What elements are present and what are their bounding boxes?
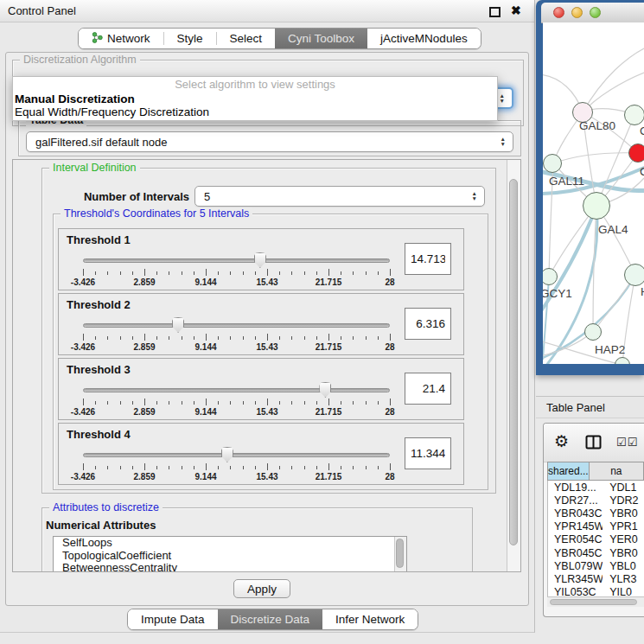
numerical-attributes-label: Numerical Attributes: [46, 519, 156, 532]
table-data-value: galFiltered.sif default node: [35, 136, 167, 149]
slider-ticks: [83, 399, 390, 405]
table-row[interactable]: YBL079WYBL0: [548, 559, 644, 572]
slider-track[interactable]: [83, 453, 390, 457]
table-row[interactable]: YDL19...YDL1: [548, 481, 644, 494]
slider-ticks: [83, 334, 390, 341]
settings-scroll-pane: Interval Definition Number of Intervals …: [12, 159, 521, 572]
number-of-intervals-value: 5: [204, 190, 210, 203]
slider-track[interactable]: [83, 258, 390, 263]
table-row[interactable]: YPR145WYPR1: [548, 520, 644, 533]
threshold-value-input[interactable]: [405, 437, 451, 469]
column-header-name[interactable]: na: [590, 462, 644, 481]
table-toolbar: ⚙ ☑☑: [544, 424, 644, 462]
tab-infer-network[interactable]: Infer Network: [322, 609, 418, 629]
threshold-2-row: Threshold 2 -3.4262.8599.14415.4321.7152…: [58, 293, 464, 355]
split-columns-icon[interactable]: [585, 435, 602, 453]
combo-arrows-icon: ▲▼: [501, 137, 506, 147]
dropdown-option-manual[interactable]: Manual Discretization: [13, 92, 497, 105]
node-label: GCY1: [543, 287, 572, 300]
slider-track[interactable]: [83, 388, 390, 392]
tab-jactivemnodules[interactable]: jActiveMNodules: [367, 29, 481, 48]
tab-cyni-toolbox[interactable]: Cyni Toolbox: [275, 29, 367, 48]
scrollbar-thumb[interactable]: [396, 539, 404, 568]
network-view-window: GAL80GACGAL11GAL4GCY1HHAP2: [536, 0, 644, 375]
threshold-3-row: Threshold 3 -3.4262.8599.14415.4321.7152…: [58, 358, 464, 420]
panel-title: Control Panel: [8, 4, 76, 17]
algorithm-dropdown-popup: Select algorithm to view settings Manual…: [12, 76, 498, 121]
table-panel-title: Table Panel: [546, 401, 605, 414]
table-row[interactable]: YBR043CYBR0: [548, 507, 644, 520]
network-node[interactable]: [583, 192, 610, 220]
threshold-value-input[interactable]: [405, 373, 451, 405]
number-of-intervals-combobox[interactable]: 5 ▲▼: [194, 186, 485, 207]
float-window-icon[interactable]: [489, 7, 501, 17]
tab-impute-data-label: Impute Data: [141, 613, 205, 626]
tab-impute-data[interactable]: Impute Data: [128, 609, 218, 629]
table-panel-titlebar: Table Panel: [536, 396, 644, 418]
attributes-group: Attributes to discretize Numerical Attri…: [41, 507, 473, 572]
node-label: C: [640, 165, 644, 178]
table-row[interactable]: YLR345WYLR3: [548, 572, 644, 585]
slider-thumb[interactable]: [254, 252, 266, 268]
threshold-4-row: Threshold 4 -3.4262.8599.14415.4321.7152…: [58, 423, 464, 485]
network-window-titlebar[interactable]: [541, 3, 644, 23]
interval-definition-group: Interval Definition Number of Intervals …: [41, 168, 496, 494]
network-node[interactable]: [624, 264, 644, 286]
threshold-value-input[interactable]: [405, 243, 451, 275]
network-node[interactable]: [543, 154, 562, 173]
table-row[interactable]: YDR27...YDR2: [548, 494, 644, 507]
slider-tick-labels: -3.4262.8599.14415.4321.71528: [83, 342, 390, 353]
attribute-item[interactable]: BetweennessCentrality: [54, 562, 406, 572]
table-row[interactable]: YBR045CYBR0: [548, 546, 644, 559]
group-title: Discretization Algorithm: [20, 54, 140, 66]
tab-discretize-data-label: Discretize Data: [231, 613, 310, 626]
table-header-row: shared... na: [547, 462, 644, 481]
network-node[interactable]: [624, 105, 644, 125]
threshold-value-input[interactable]: [405, 308, 451, 340]
node-label: GA: [640, 124, 644, 137]
slider-tick-labels: -3.4262.8599.14415.4321.71528: [83, 472, 390, 482]
slider-thumb[interactable]: [172, 317, 184, 333]
dropdown-option-equal-width[interactable]: Equal Width/Frequency Discretization: [13, 105, 497, 118]
threshold-coordinates-group: Threshold's Coordinates for 5 Intervals …: [53, 214, 488, 490]
network-node[interactable]: [584, 323, 602, 341]
select-columns-checkboxes-icon[interactable]: ☑☑: [616, 436, 638, 449]
table-row[interactable]: YER054CYER0: [548, 533, 644, 546]
tab-select[interactable]: Select: [217, 29, 276, 48]
list-scrollbar[interactable]: [394, 537, 406, 572]
combo-arrows-icon: ▲▼: [472, 191, 477, 201]
gear-icon[interactable]: ⚙: [554, 433, 569, 450]
attribute-item[interactable]: SelfLoops: [54, 537, 406, 550]
tab-jactivemnodules-label: jActiveMNodules: [380, 32, 468, 45]
table-horizontal-scrollbar[interactable]: [547, 596, 644, 607]
scrollbar-thumb[interactable]: [509, 179, 518, 545]
attribute-item[interactable]: TopologicalCoefficient: [54, 550, 406, 563]
threshold-3-slider: -3.4262.8599.14415.4321.71528: [83, 381, 390, 419]
screenshot-root: Control Panel ✖ Network Style Select Cyn…: [0, 0, 644, 644]
slider-track[interactable]: [83, 323, 390, 328]
settings-scrollbar[interactable]: [507, 160, 520, 571]
close-traffic-light-icon[interactable]: [553, 7, 564, 18]
apply-button[interactable]: Apply: [233, 579, 290, 598]
table-row[interactable]: YIL053CYIL0: [548, 586, 644, 598]
zoom-traffic-light-icon[interactable]: [590, 7, 601, 18]
group-title: Interval Definition: [49, 162, 140, 174]
tab-style[interactable]: Style: [164, 29, 216, 48]
table-data-combobox[interactable]: galFiltered.sif default node ▲▼: [26, 131, 513, 152]
scrollbar-thumb[interactable]: [550, 599, 637, 605]
dropdown-placeholder: Select algorithm to view settings: [13, 77, 497, 92]
slider-tick-labels: -3.4262.8599.14415.4321.71528: [83, 407, 390, 418]
slider-thumb[interactable]: [221, 447, 233, 462]
tab-network[interactable]: Network: [79, 29, 163, 48]
cyni-toolbox-panel: Discretization Algorithm ▲▼ Select algor…: [5, 52, 529, 606]
table-data-group: Table Data galFiltered.sif default node …: [18, 120, 521, 156]
group-title: Threshold's Coordinates for 5 Intervals: [61, 207, 252, 220]
slider-thumb[interactable]: [319, 382, 331, 398]
close-icon[interactable]: ✖: [511, 3, 521, 17]
column-header-shared-name[interactable]: shared...: [547, 462, 590, 481]
network-node[interactable]: [628, 143, 644, 163]
network-canvas[interactable]: GAL80GACGAL11GAL4GCY1HHAP2: [543, 22, 644, 364]
minimize-traffic-light-icon[interactable]: [571, 7, 583, 18]
tab-discretize-data[interactable]: Discretize Data: [218, 609, 323, 629]
threshold-1-slider: -3.4262.8599.14415.4321.71528: [83, 252, 390, 290]
